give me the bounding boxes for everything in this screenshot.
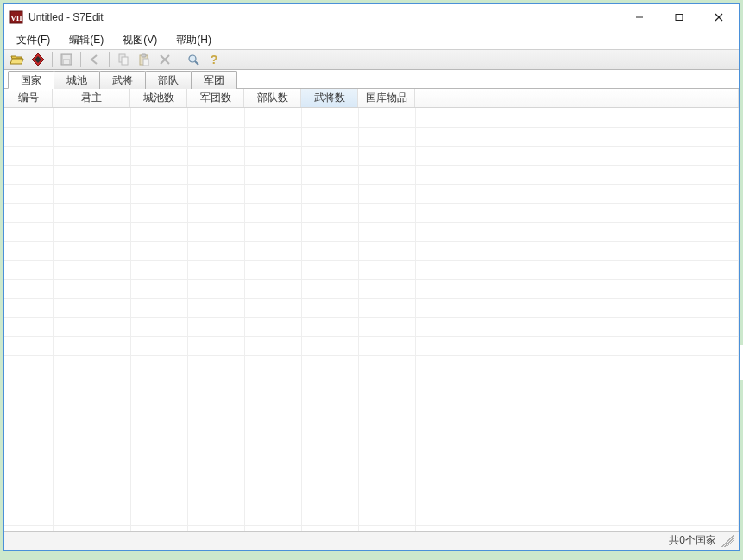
table-row[interactable] (4, 450, 739, 469)
column-header-lord[interactable]: 君主 (53, 89, 130, 107)
close-button[interactable] (699, 4, 739, 30)
resize-grip-icon[interactable] (721, 535, 734, 547)
tab-troop[interactable]: 部队 (145, 71, 192, 89)
table-row[interactable] (4, 108, 739, 127)
table-cell (301, 241, 358, 260)
table-cell (301, 127, 358, 146)
table-cell (4, 260, 53, 279)
tab-country[interactable]: 国家 (8, 71, 54, 89)
titlebar[interactable]: VII Untitled - S7Edit (4, 4, 739, 30)
table-cell-filler (415, 222, 739, 241)
table-cell (187, 450, 244, 469)
table-row[interactable] (4, 374, 739, 393)
menu-edit[interactable]: 编辑(E) (66, 31, 107, 49)
delete-button[interactable] (155, 51, 174, 68)
table-cell-filler (415, 469, 739, 488)
table-cell (244, 127, 301, 146)
koei-button[interactable] (28, 51, 47, 68)
tab-corps[interactable]: 军团 (191, 71, 237, 89)
table-cell (187, 336, 244, 355)
table-cell (244, 450, 301, 469)
find-button[interactable] (184, 51, 203, 68)
table-cell (358, 203, 415, 222)
table-cell (358, 355, 415, 374)
back-button[interactable] (85, 51, 104, 68)
table-cell-filler (415, 336, 739, 355)
table-row[interactable] (4, 222, 739, 241)
table-row[interactable] (4, 355, 739, 374)
column-header-no[interactable]: 编号 (4, 89, 53, 107)
table-cell (358, 241, 415, 260)
table-cell (4, 488, 53, 507)
help-button[interactable]: ? (205, 51, 224, 68)
table-cell (301, 317, 358, 336)
table-cell (301, 184, 358, 203)
table-cell (358, 298, 415, 317)
table-row[interactable] (4, 127, 739, 146)
table-row[interactable] (4, 317, 739, 336)
menu-help[interactable]: 帮助(H) (173, 31, 215, 49)
table-row[interactable] (4, 488, 739, 507)
table-cell-filler (415, 374, 739, 393)
table-row[interactable] (4, 165, 739, 184)
table-cell (244, 393, 301, 412)
column-header-label: 武将数 (314, 91, 345, 105)
toolbar-separator (52, 52, 53, 67)
column-header-filler (415, 89, 739, 107)
table-cell (130, 450, 187, 469)
table-cell (244, 298, 301, 317)
toolbar-separator (80, 52, 81, 67)
paste-button[interactable] (135, 51, 154, 68)
table-cell (187, 108, 244, 127)
table-row[interactable] (4, 336, 739, 355)
table-row[interactable] (4, 184, 739, 203)
menu-file[interactable]: 文件(F) (13, 31, 54, 49)
table-cell (187, 298, 244, 317)
menubar: 文件(F) 编辑(E) 视图(V) 帮助(H) (4, 30, 739, 49)
table-cell (358, 488, 415, 507)
svg-point-18 (189, 55, 196, 62)
menu-view[interactable]: 视图(V) (119, 31, 161, 49)
tab-label: 城池 (66, 74, 87, 86)
table-cell (301, 488, 358, 507)
column-header-cities[interactable]: 城池数 (130, 89, 187, 107)
table-row[interactable] (4, 241, 739, 260)
column-header-corps[interactable]: 军团数 (187, 89, 244, 107)
table-cell (244, 488, 301, 507)
save-button[interactable] (57, 51, 76, 68)
table-row[interactable] (4, 393, 739, 412)
tab-general[interactable]: 武将 (99, 71, 146, 89)
column-header-troops[interactable]: 部队数 (244, 89, 301, 107)
svg-text:?: ? (211, 53, 218, 66)
table-row[interactable] (4, 412, 739, 431)
app-icon: VII (9, 10, 23, 24)
grid-body[interactable] (4, 108, 739, 531)
table-row[interactable] (4, 298, 739, 317)
table-cell (187, 469, 244, 488)
column-header-warehouse[interactable]: 国库物品 (358, 89, 415, 107)
statusbar: 共0个国家 (4, 531, 739, 550)
table-cell (244, 336, 301, 355)
copy-button[interactable] (114, 51, 133, 68)
table-row[interactable] (4, 260, 739, 279)
table-row[interactable] (4, 507, 739, 525)
table-row[interactable] (4, 431, 739, 450)
table-cell (4, 203, 53, 222)
table-cell (53, 298, 130, 317)
table-cell (4, 469, 53, 488)
table-row[interactable] (4, 279, 739, 298)
table-cell-filler (415, 355, 739, 374)
column-header-generals[interactable]: 武将数 (301, 89, 358, 107)
tab-label: 军团 (204, 74, 224, 86)
minimize-button[interactable] (620, 4, 659, 30)
table-row[interactable] (4, 203, 739, 222)
table-row[interactable] (4, 469, 739, 488)
column-header-label: 军团数 (200, 91, 231, 105)
table-cell (53, 355, 130, 374)
tab-label: 国家 (21, 74, 41, 86)
table-row[interactable] (4, 146, 739, 165)
table-cell (187, 241, 244, 260)
open-button[interactable] (8, 51, 27, 68)
tab-city[interactable]: 城池 (54, 71, 100, 89)
maximize-button[interactable] (659, 4, 699, 30)
